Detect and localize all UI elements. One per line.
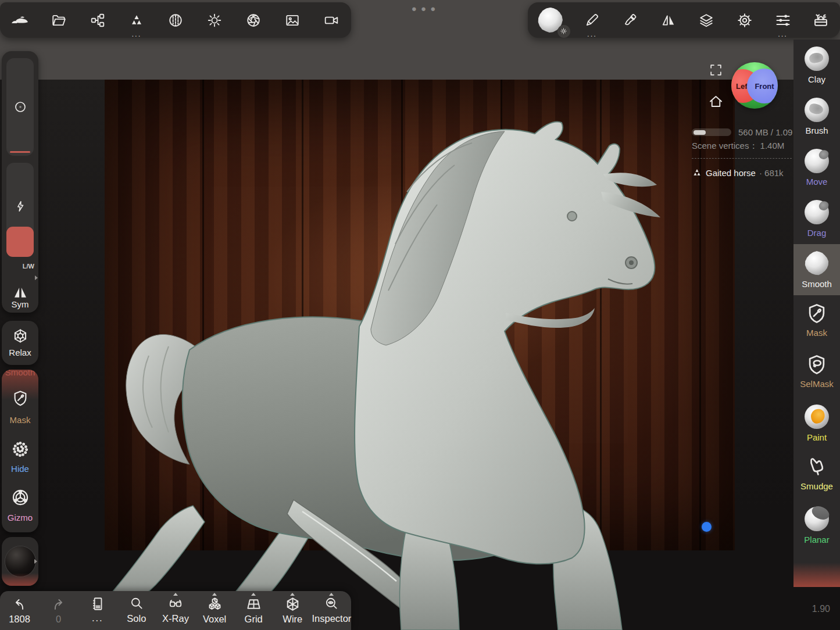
inspector-button[interactable]: Inspector	[313, 591, 349, 630]
tool-smudge[interactable]: Smudge	[793, 449, 840, 500]
planar-sphere-icon	[805, 507, 829, 531]
toolbox-icon[interactable]	[809, 6, 832, 34]
history-more-dots: ...	[92, 616, 103, 620]
mask-shield-icon	[806, 302, 828, 324]
top-right-toolbar: ...	[528, 2, 840, 38]
sym-toggle[interactable]: Sym	[2, 299, 38, 309]
strength-slider[interactable]	[6, 163, 34, 257]
tool-smooth[interactable]: Smooth	[793, 244, 840, 295]
active-brush-preview-button[interactable]	[535, 6, 566, 34]
hide-dotted-icon[interactable]	[12, 441, 29, 458]
solo-button[interactable]: Solo	[119, 591, 155, 630]
tool-label: Smudge	[800, 481, 833, 491]
undo-button[interactable]: 1808	[2, 591, 38, 630]
voxel-label: Voxel	[203, 614, 226, 625]
history-notebook-button[interactable]: ...	[80, 591, 116, 630]
sym-lw-label: L/W	[23, 263, 34, 270]
orientation-gizmo[interactable]: Left Front	[731, 62, 778, 109]
xray-label: X-Ray	[162, 613, 189, 624]
symmetry-toggle-icon[interactable]	[12, 284, 29, 301]
scene-graph-icon[interactable]	[86, 6, 109, 34]
settings-gear-icon[interactable]	[733, 6, 756, 34]
touch-indicator-dot	[702, 522, 712, 532]
topology-pyramid-icon[interactable]: ...	[125, 6, 148, 34]
stats-separator	[692, 158, 792, 159]
grid-caret-icon	[251, 593, 256, 596]
voxel-caret-icon	[212, 593, 217, 596]
object-vertex-count: · 681k	[759, 168, 784, 178]
stroke-more-dots: ...	[587, 33, 597, 36]
object-row[interactable]: Gaited horse · 681k	[692, 167, 784, 178]
smooth-sphere-icon	[805, 251, 829, 275]
voxel-button[interactable]: Voxel	[196, 591, 233, 630]
wire-caret-icon	[290, 593, 295, 596]
memory-usage-bar	[692, 128, 731, 136]
solo-label: Solo	[127, 613, 146, 624]
app-logo[interactable]	[8, 6, 31, 34]
scene-vertices-stat: Scene vertices： 1.40M	[692, 141, 784, 152]
object-count-value: 681k	[764, 168, 784, 178]
lighting-sun-icon[interactable]	[203, 6, 226, 34]
sidebar-bottom-glow	[793, 563, 840, 587]
nomad-sculpt-app: ...	[0, 0, 840, 630]
tool-move[interactable]: Move	[793, 142, 840, 193]
grid-button[interactable]: Grid	[235, 591, 271, 630]
video-record-icon[interactable]	[320, 6, 343, 34]
camera-aperture-icon[interactable]	[242, 6, 265, 34]
tool-label: SelMask	[800, 379, 834, 389]
background-image-icon[interactable]	[281, 6, 304, 34]
files-folder-icon[interactable]	[47, 6, 70, 34]
drag-sphere-icon	[805, 200, 829, 224]
redo-button[interactable]: 0	[41, 591, 77, 630]
mask-tool[interactable]: Mask	[2, 415, 38, 425]
orientation-front-face[interactable]: Front	[747, 69, 778, 103]
stroke-pen-icon[interactable]: ...	[580, 6, 603, 34]
brush-settings-gear-icon[interactable]	[557, 25, 570, 38]
tool-label: Paint	[807, 432, 827, 442]
home-view-icon[interactable]	[708, 94, 724, 109]
object-separator: ·	[759, 168, 762, 178]
xray-button[interactable]: X-Ray	[158, 591, 194, 630]
sym-expand-arrow[interactable]	[35, 275, 38, 280]
brush-sliders-panel: L/W Sym	[2, 51, 38, 313]
layers-icon[interactable]	[695, 6, 718, 34]
wire-label: Wire	[283, 614, 302, 625]
scene-vertices-value: 1.40M	[760, 141, 785, 151]
tool-drag[interactable]: Drag	[793, 193, 840, 244]
redo-count: 0	[56, 614, 61, 625]
matcap-red-glow	[2, 573, 38, 586]
relax-panel[interactable]: Relax	[2, 321, 38, 365]
tool-label: Mask	[806, 328, 827, 338]
hide-tool[interactable]: Hide	[2, 464, 38, 474]
parameter-sliders-icon[interactable]: ...	[771, 6, 795, 34]
mask-shield-icon[interactable]	[12, 389, 29, 407]
tool-selmask[interactable]: SelMask	[793, 346, 840, 398]
gizmo-icon[interactable]	[11, 488, 30, 507]
radius-slider[interactable]	[6, 58, 34, 156]
tool-paint[interactable]: Paint	[793, 398, 840, 449]
painting-brush-icon[interactable]	[619, 6, 642, 34]
background-reference-image	[105, 80, 735, 550]
tool-label: Move	[806, 177, 828, 187]
gizmo-tool[interactable]: Gizmo	[2, 513, 38, 522]
multitask-indicator-dots[interactable]: ● ● ●	[407, 3, 442, 13]
tool-label: Drag	[807, 228, 827, 238]
symmetry-icon[interactable]	[657, 6, 680, 34]
bottom-toolbar: 1808 0 ... Solo	[0, 591, 351, 630]
matcap-sphere-preview	[5, 546, 35, 577]
memory-usage-fill	[694, 130, 706, 135]
move-sphere-icon	[805, 149, 829, 173]
fullscreen-icon[interactable]	[709, 63, 723, 77]
tool-planar[interactable]: Planar	[793, 500, 840, 551]
matcap-panel[interactable]	[2, 537, 38, 586]
wire-button[interactable]: Wire	[274, 591, 310, 630]
front-face-label: Front	[755, 82, 774, 91]
material-sphere-icon[interactable]	[164, 6, 187, 34]
tool-mask[interactable]: Mask	[793, 295, 840, 346]
tool-brush[interactable]: Brush	[793, 91, 840, 142]
tool-clay[interactable]: Clay	[793, 40, 840, 91]
matcap-expand-arrow[interactable]	[34, 559, 37, 564]
quick-tools-panel: Smooth Mask Hide	[2, 370, 38, 532]
memory-usage-text: 560 MB / 1.09 G	[738, 127, 792, 138]
tool-sidebar: Clay Brush Move Drag Smooth Mask	[793, 40, 840, 587]
